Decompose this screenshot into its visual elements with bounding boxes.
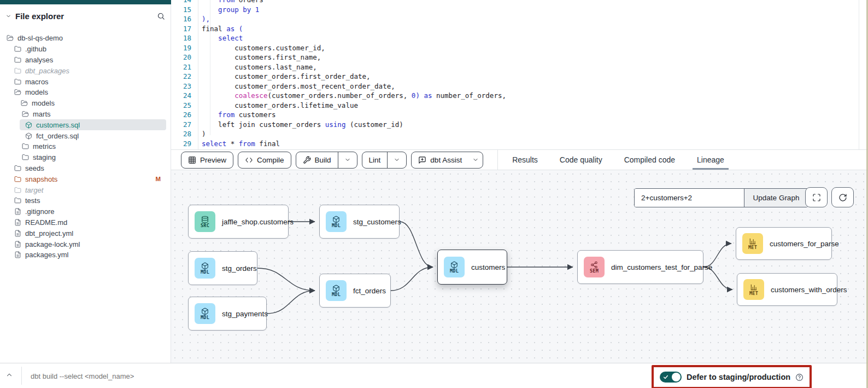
- tree-item-label: db-sl-qs-demo: [17, 34, 63, 42]
- tree-item-label: customers.sql: [36, 121, 80, 129]
- node-label: stg_customers: [353, 218, 401, 226]
- tree-item-readme-md[interactable]: README.md: [0, 217, 171, 228]
- result-tabs: ResultsCode qualityCompiled codeLineage: [512, 150, 724, 170]
- build-dropdown-chevron-icon[interactable]: [338, 152, 357, 168]
- tree-item-analyses[interactable]: analyses: [0, 55, 171, 66]
- folder-open-icon: [7, 34, 14, 42]
- tree-item-fct-orders-sql[interactable]: fct_orders.sql: [0, 130, 171, 141]
- modified-badge: M: [155, 176, 161, 182]
- mdl-badge: MDL: [444, 257, 465, 277]
- lint-dropdown-chevron-icon[interactable]: [387, 152, 406, 168]
- tree-item-target[interactable]: target: [0, 184, 171, 195]
- folder-icon: [22, 143, 29, 150]
- mdl-badge: MDL: [195, 258, 215, 279]
- tree-item-marts[interactable]: marts: [0, 109, 171, 120]
- tab-lineage[interactable]: Lineage: [697, 150, 724, 170]
- tree-item-staging[interactable]: staging: [0, 152, 171, 163]
- file-tree: db-sl-qs-demo.githubanalysesdbt_packages…: [0, 33, 171, 260]
- fullscreen-button[interactable]: [805, 187, 828, 207]
- editor-toolbar: Preview Compile Build: [171, 149, 868, 170]
- lineage-filter-input[interactable]: [635, 189, 744, 207]
- code-line-29: 29select * from final: [172, 139, 868, 149]
- tree-item-gitignore[interactable]: .gitignore: [0, 206, 171, 217]
- collapse-chevron-icon[interactable]: [5, 13, 11, 19]
- lineage-node-customers-with-orders[interactable]: METcustomers_with_orders: [737, 273, 837, 306]
- tree-item-label: snapshots: [25, 175, 57, 183]
- lineage-node-stg-orders[interactable]: MDLstg_orders: [188, 251, 257, 285]
- search-icon[interactable]: [157, 12, 165, 20]
- editor-scrollbar[interactable]: [859, 0, 859, 149]
- lineage-node-stg-customers[interactable]: MDLstg_customers: [319, 205, 400, 239]
- tree-item-macros[interactable]: macros: [0, 76, 171, 87]
- tree-item-label: seeds: [25, 164, 44, 172]
- folder-icon: [14, 197, 21, 204]
- folder-open-icon: [14, 89, 21, 96]
- lineage-node-customers-for-parse[interactable]: METcustomers_for_parse: [736, 227, 832, 260]
- lineage-node-jaffle-shop-customers[interactable]: SRCjaffle_shop.customers: [188, 205, 289, 239]
- lineage-node-dim-customers-test-for-parse[interactable]: SEMdim_customers_test_for_parse: [577, 250, 703, 284]
- tree-item-models[interactable]: models: [0, 98, 171, 109]
- tab-results[interactable]: Results: [512, 150, 538, 170]
- tree-item-github[interactable]: .github: [0, 44, 171, 55]
- file-icon: [14, 230, 21, 237]
- folder-icon: [14, 165, 21, 172]
- tree-item-label: dbt_project.yml: [25, 229, 73, 238]
- table-icon: [188, 156, 196, 164]
- code-line-24: 24 coalesce(customer_orders.number_of_or…: [172, 91, 868, 101]
- line-number: 20: [172, 53, 191, 62]
- tree-item-dbt-packages[interactable]: dbt_packages: [0, 65, 171, 76]
- tree-item-models[interactable]: models: [0, 87, 171, 98]
- tree-item-snapshots[interactable]: snapshotsM: [0, 173, 171, 184]
- tree-item-label: .github: [25, 45, 46, 53]
- sidebar-top-accent: [0, 0, 171, 4]
- expand-panel-chevron-icon[interactable]: [5, 371, 13, 379]
- tree-item-customers-sql[interactable]: customers.sql: [0, 119, 171, 130]
- gutter-divider: [198, 0, 198, 149]
- update-graph-button[interactable]: Update Graph: [744, 189, 808, 207]
- line-number: 24: [172, 91, 191, 101]
- indent-guide: [210, 0, 210, 135]
- code-line-27: 27 left join customer_orders using (cust…: [172, 120, 868, 130]
- met-badge: MET: [743, 279, 764, 300]
- tree-item-seeds[interactable]: seeds: [0, 163, 171, 174]
- dbt-assist-button[interactable]: dbt Assist: [411, 152, 483, 169]
- file-icon: [14, 241, 21, 248]
- tree-item-dbt-project-yml[interactable]: dbt_project.yml: [0, 228, 171, 239]
- refresh-button[interactable]: [831, 187, 854, 207]
- tab-compiled-code[interactable]: Compiled code: [624, 150, 675, 170]
- assist-dropdown-chevron-icon[interactable]: [468, 152, 483, 168]
- lineage-node-fct-orders[interactable]: MDLfct_orders: [319, 274, 391, 308]
- code-line-18: 18 select: [172, 33, 868, 43]
- defer-toggle[interactable]: [660, 372, 682, 383]
- command-input[interactable]: [30, 369, 316, 383]
- lint-button[interactable]: Lint: [362, 152, 407, 169]
- tree-item-tests[interactable]: tests: [0, 195, 171, 206]
- lineage-node-customers[interactable]: MDLcustomers: [437, 250, 507, 285]
- build-button[interactable]: Build: [296, 152, 357, 169]
- tree-item-packages-yml[interactable]: packages.yml: [0, 250, 171, 260]
- met-badge: MET: [742, 233, 763, 254]
- tree-item-package-lock-yml[interactable]: package-lock.yml: [0, 239, 171, 250]
- tree-item-label: packages.yml: [25, 251, 68, 259]
- toolbar-divider: [497, 149, 498, 170]
- code-editor[interactable]: 14 from orders15 group by 116),17final a…: [172, 0, 868, 149]
- help-icon[interactable]: [795, 373, 804, 381]
- lineage-node-stg-payments[interactable]: MDLstg_payments: [188, 297, 267, 331]
- compile-button[interactable]: Compile: [238, 152, 291, 169]
- file-icon: [14, 219, 21, 226]
- dbt-cloud-ide: File explorer db-sl-qs-demo.githubanalys…: [0, 0, 868, 388]
- tab-code-quality[interactable]: Code quality: [560, 150, 602, 170]
- annotation-highlight-box: Defer to staging/production: [652, 365, 812, 388]
- tree-item-db-sl-qs-demo[interactable]: db-sl-qs-demo: [0, 33, 171, 44]
- folder-icon: [14, 56, 21, 63]
- line-number: 19: [172, 43, 191, 53]
- folder-open-icon: [21, 100, 28, 107]
- tree-item-metrics[interactable]: metrics: [0, 141, 171, 152]
- folder-icon: [14, 67, 21, 74]
- tree-item-label: macros: [25, 78, 49, 86]
- preview-button[interactable]: Preview: [181, 152, 233, 169]
- tree-item-label: models: [32, 99, 55, 107]
- code-line-21: 21 customers.last_name,: [172, 62, 868, 72]
- code-line-14: 14 from orders: [172, 0, 868, 5]
- maximize-icon: [812, 193, 821, 202]
